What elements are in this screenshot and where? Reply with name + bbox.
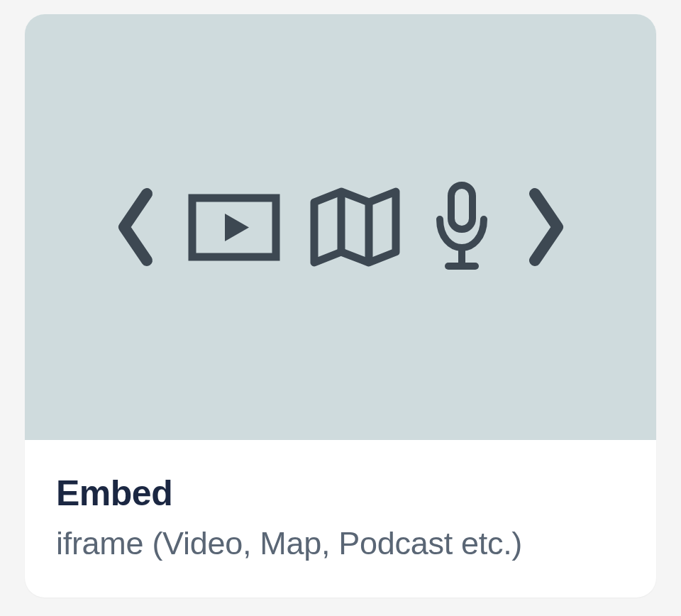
svg-rect-3 — [451, 185, 472, 229]
microphone-icon — [430, 181, 494, 273]
chevron-left-icon — [111, 181, 161, 273]
card-preview-area — [25, 14, 656, 440]
embed-card[interactable]: Embed iframe (Video, Map, Podcast etc.) — [25, 14, 656, 598]
video-play-icon — [188, 194, 280, 261]
icon-row — [111, 181, 570, 273]
card-label-area: Embed iframe (Video, Map, Podcast etc.) — [25, 440, 656, 598]
map-icon — [307, 185, 403, 270]
card-title: Embed — [56, 473, 625, 514]
chevron-right-icon — [521, 181, 570, 273]
card-subtitle: iframe (Video, Map, Podcast etc.) — [56, 525, 625, 562]
